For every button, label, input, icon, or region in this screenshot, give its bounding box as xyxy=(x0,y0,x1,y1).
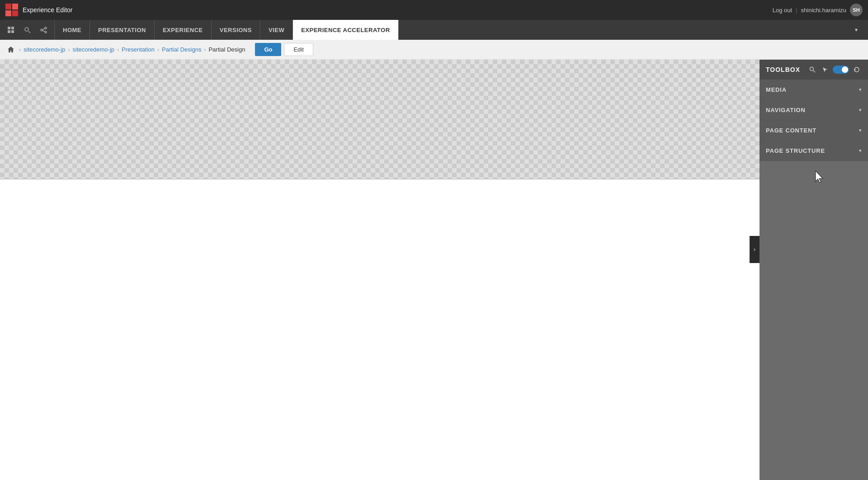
breadcrumb-bar: › sitecoredemo-jp › sitecoredemo-jp › Pr… xyxy=(0,40,868,60)
toolbox-page-content-chevron-icon: ▾ xyxy=(859,127,862,133)
toolbox-body xyxy=(760,161,868,480)
breadcrumb-sep-5: › xyxy=(204,47,206,53)
tab-view[interactable]: VIEW xyxy=(260,20,293,40)
svg-point-6 xyxy=(45,27,47,29)
breadcrumb-item-4[interactable]: Partial Designs xyxy=(162,46,201,53)
toolbox-header-icons xyxy=(807,65,862,75)
cursor-visual xyxy=(814,170,825,186)
svg-line-9 xyxy=(42,28,45,30)
toolbox-cursor-icon[interactable] xyxy=(820,65,830,75)
breadcrumb-sep-2: › xyxy=(68,47,70,53)
toolbox-section-navigation: NAVIGATION ▾ xyxy=(760,100,868,120)
breadcrumb-item-3[interactable]: Presentation xyxy=(122,46,155,53)
nav-dropdown-arrow[interactable]: ▾ xyxy=(848,20,864,40)
collapse-chevron-icon: › xyxy=(754,246,755,253)
canvas-white-zone xyxy=(0,179,760,460)
toolbox-search-icon[interactable] xyxy=(807,65,817,75)
svg-line-10 xyxy=(42,30,45,32)
username-text: shinichi.haramizu xyxy=(801,7,846,14)
toolbox-section-navigation-label: NAVIGATION xyxy=(766,107,806,113)
separator: | xyxy=(796,7,797,14)
nav-bar: HOME PRESENTATION EXPERIENCE VERSIONS VI… xyxy=(0,20,868,40)
toolbox-page-structure-chevron-icon: ▾ xyxy=(859,148,862,154)
toolbox-section-page-content-header[interactable]: PAGE CONTENT ▾ xyxy=(760,120,868,140)
toolbox-section-page-content: PAGE CONTENT ▾ xyxy=(760,120,868,141)
top-bar-left: Experience Editor xyxy=(5,4,73,16)
breadcrumb-sep-4: › xyxy=(157,47,159,53)
canvas-checkered-zone xyxy=(0,60,760,179)
toolbox-section-media-header[interactable]: MEDIA ▾ xyxy=(760,80,868,99)
breadcrumb-sep-1: › xyxy=(19,47,21,53)
share-icon[interactable] xyxy=(36,23,51,37)
toolbox-section-page-structure: PAGE STRUCTURE ▾ xyxy=(760,141,868,161)
svg-point-7 xyxy=(41,29,42,31)
canvas-area: › xyxy=(0,60,760,480)
main-area: › TOOLBOX xyxy=(0,60,868,480)
toolbox-media-chevron-icon: ▾ xyxy=(859,87,862,93)
toolbox-toggle-switch[interactable] xyxy=(833,66,849,74)
toolbox-navigation-chevron-icon: ▾ xyxy=(859,107,862,113)
breadcrumb-actions: Go Edit xyxy=(255,43,313,56)
toolbox-refresh-icon[interactable] xyxy=(852,65,862,75)
app-title: Experience Editor xyxy=(23,6,73,14)
toolbox-section-media: MEDIA ▾ xyxy=(760,80,868,100)
toolbox-section-page-structure-header[interactable]: PAGE STRUCTURE ▾ xyxy=(760,141,868,160)
tab-experience[interactable]: EXPERIENCE xyxy=(155,20,212,40)
go-button[interactable]: Go xyxy=(255,43,281,56)
nav-icons xyxy=(4,23,51,37)
sitecore-logo xyxy=(5,4,18,16)
tab-home[interactable]: HOME xyxy=(54,20,90,40)
logo-cell-1 xyxy=(5,4,11,9)
svg-rect-3 xyxy=(11,30,14,33)
toolbox-section-media-label: MEDIA xyxy=(766,86,787,93)
svg-line-5 xyxy=(28,31,30,33)
grid-icon[interactable] xyxy=(4,23,18,37)
tab-presentation[interactable]: PRESENTATION xyxy=(90,20,155,40)
dropdown-chevron-icon: ▾ xyxy=(855,27,858,33)
toolbox-section-page-content-label: PAGE CONTENT xyxy=(766,127,816,134)
top-bar-right: Log out | shinichi.haramizu SH xyxy=(773,4,863,16)
tab-experience-accelerator[interactable]: EXPERIENCE ACCELERATOR xyxy=(293,20,398,40)
svg-point-4 xyxy=(25,28,28,31)
breadcrumb-sep-3: › xyxy=(117,47,119,53)
toolbox-section-page-structure-label: PAGE STRUCTURE xyxy=(766,147,825,154)
top-bar: Experience Editor Log out | shinichi.har… xyxy=(0,0,868,20)
logout-link[interactable]: Log out xyxy=(773,7,792,14)
svg-point-11 xyxy=(810,67,814,71)
logo-cell-2 xyxy=(12,4,18,9)
toolbox-header: TOOLBOX xyxy=(760,60,868,80)
search-icon[interactable] xyxy=(20,23,34,37)
svg-point-8 xyxy=(45,31,47,33)
breadcrumb-item-current: Partial Design xyxy=(208,46,245,53)
tab-versions[interactable]: VERSIONS xyxy=(212,20,260,40)
breadcrumb-home-icon[interactable] xyxy=(5,44,16,55)
collapse-sidebar-button[interactable]: › xyxy=(750,236,760,263)
user-avatar[interactable]: SH xyxy=(850,4,863,16)
logo-cell-3 xyxy=(5,10,11,16)
breadcrumb-item-1[interactable]: sitecoredemo-jp xyxy=(24,46,66,53)
toolbox-section-navigation-header[interactable]: NAVIGATION ▾ xyxy=(760,100,868,120)
edit-button[interactable]: Edit xyxy=(284,43,313,56)
toggle-knob xyxy=(842,66,848,73)
toolbox-panel: TOOLBOX xyxy=(760,60,868,480)
svg-line-12 xyxy=(813,71,815,72)
svg-rect-2 xyxy=(8,30,10,33)
nav-tabs: HOME PRESENTATION EXPERIENCE VERSIONS VI… xyxy=(54,20,399,40)
svg-rect-1 xyxy=(11,27,14,29)
svg-rect-0 xyxy=(8,27,10,29)
toolbox-title: TOOLBOX xyxy=(766,66,800,73)
logo-cell-4 xyxy=(12,10,18,16)
breadcrumb-item-2[interactable]: sitecoredemo-jp xyxy=(73,46,115,53)
